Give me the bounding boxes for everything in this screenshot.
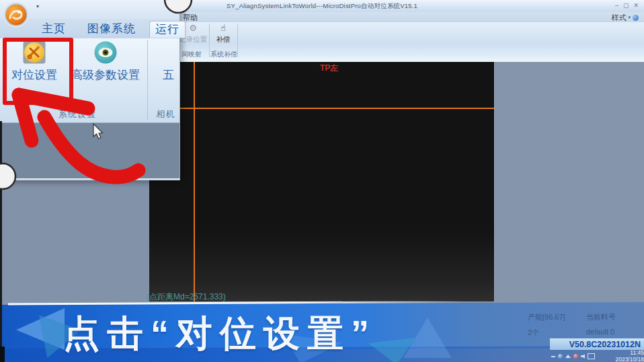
version-bar: V50.8C20231012N	[550, 338, 644, 350]
partial-button-label[interactable]: 五	[157, 68, 179, 83]
tray-network-icon[interactable]	[558, 354, 563, 359]
compensation-button[interactable]: ☝ 补偿	[210, 22, 237, 49]
style-selector[interactable]: 样式 ▾	[611, 13, 639, 22]
tray-display-icon[interactable]	[588, 353, 595, 359]
tray-date: 2023/10/18	[615, 357, 644, 362]
caption-text: 点击“对位设置”	[63, 310, 376, 359]
compensation-label: 补偿	[210, 35, 237, 44]
screen-edge-strip	[0, 121, 2, 362]
popup-group-label: 系统设置	[40, 108, 114, 120]
caption-banner: 点击“对位设置”	[0, 299, 644, 362]
minimize-button[interactable]: –	[615, 1, 618, 9]
screen: SY_AliagnSystemLinkToWorld---MicroDistPr…	[0, 0, 644, 362]
advanced-params-label: 高级参数设置	[67, 68, 145, 83]
system-tray: 11:45 2023/10/18	[549, 351, 644, 362]
window-controls: – ▢ ✕	[615, 1, 639, 9]
camera-label: TP左	[320, 63, 338, 74]
close-button[interactable]: ✕	[633, 1, 639, 9]
app-logo-icon[interactable]	[2, 1, 30, 29]
crosshair-horizontal-line	[149, 108, 494, 109]
version-text: V50.8C20231012N	[550, 339, 644, 350]
tray-speaker-icon[interactable]	[581, 355, 585, 359]
tray-app-icon[interactable]	[573, 354, 578, 359]
help-ball-icon	[633, 15, 639, 21]
tray-dash-icon[interactable]	[551, 356, 555, 357]
popup-content-area	[0, 122, 179, 178]
chevron-down-icon: ▾	[628, 15, 631, 20]
tab-home[interactable]: 主页	[35, 21, 73, 37]
crosshair-vertical-line	[194, 62, 195, 301]
eye-icon	[93, 40, 118, 65]
tray-up-arrow-icon[interactable]	[565, 355, 571, 358]
maximize-button[interactable]: ▢	[623, 1, 629, 9]
quick-access-icon[interactable]: ▾	[36, 3, 39, 9]
tray-icons	[551, 353, 595, 359]
group-label-compensation: 系统补偿	[210, 50, 238, 58]
style-label: 样式	[611, 13, 626, 23]
screen-corner	[0, 347, 5, 362]
status-part-value: default 0	[586, 328, 614, 336]
partial-group-label: 相机	[152, 108, 179, 120]
status-count: 2个	[528, 328, 539, 338]
highlight-red-box	[3, 38, 73, 105]
tab-image-system[interactable]: 图像系统	[78, 21, 145, 37]
camera-view	[149, 62, 494, 301]
popup-group-separator	[147, 40, 148, 120]
tab-run[interactable]: 运行	[149, 21, 186, 38]
status-yield: 产能[86.67]	[528, 312, 565, 322]
status-part-label: 当前料号	[586, 312, 616, 322]
tray-clock[interactable]: 11:45 2023/10/18	[615, 350, 644, 362]
hand-icon: ☝	[210, 22, 237, 34]
right-panel	[494, 62, 644, 306]
